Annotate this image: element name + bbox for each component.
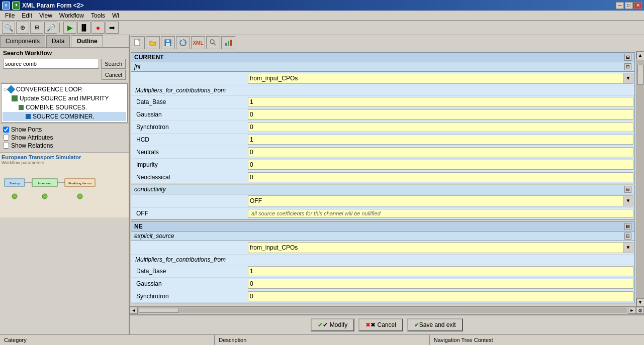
close-button[interactable]: ✕ xyxy=(634,2,642,9)
menu-file[interactable]: File xyxy=(2,11,18,20)
zoom-in2-button[interactable]: ⊕ xyxy=(16,22,29,34)
jni-neoclassical-input[interactable] xyxy=(248,172,633,182)
jni-synchrotron-row: Synchrotron xyxy=(131,121,634,134)
tab-components[interactable]: Components xyxy=(0,35,45,47)
jni-database-input[interactable] xyxy=(248,97,633,107)
show-attributes-label: Show Attributes xyxy=(11,134,53,141)
jni-gaussian-input[interactable] xyxy=(248,109,633,120)
wf-item-update[interactable]: Update SOURCE and IMPURITY xyxy=(3,94,126,103)
wf-label-convergence: CONVERGENCE LOOP. xyxy=(16,86,82,93)
hscroll-thumb[interactable] xyxy=(139,308,179,313)
jni-hcd-input[interactable] xyxy=(248,135,633,145)
cancel-button[interactable]: ✖ ✖ Cancel xyxy=(358,318,403,331)
modify-label: ✔ Modify xyxy=(323,321,347,328)
search-area: Search Workflow Search Cancel xyxy=(0,48,129,82)
conductivity-collapse[interactable]: ⊟ xyxy=(624,186,631,193)
explicit-source-collapse[interactable]: ⊟ xyxy=(624,233,631,240)
status-description: Description xyxy=(215,335,429,345)
stop-button[interactable]: ● xyxy=(91,22,105,34)
wf-item-source-combiner[interactable]: SOURCE COMBINER. xyxy=(3,112,126,121)
conductivity-select[interactable]: OFF from_input_CPOs from_code xyxy=(248,195,623,206)
status-nav-context: Navigation Tree Context xyxy=(430,335,644,345)
chart-button[interactable] xyxy=(221,36,235,49)
cancel-icon: ✖ xyxy=(365,321,371,328)
save-button[interactable] xyxy=(161,36,175,49)
svg-point-16 xyxy=(210,40,214,44)
split-button[interactable]: ▐▌ xyxy=(77,22,90,34)
status-bar: Category Description Navigation Tree Con… xyxy=(0,334,644,345)
menu-tools[interactable]: Tools xyxy=(88,11,108,20)
tab-data[interactable]: Data xyxy=(46,35,70,47)
ne-section: NE ⊟ explicit_source ⊟ xyxy=(131,221,635,303)
show-attributes-checkbox[interactable] xyxy=(3,135,9,141)
menu-edit[interactable]: Edit xyxy=(19,11,35,20)
menu-wi[interactable]: Wi xyxy=(109,11,122,20)
conductivity-label: conductivity xyxy=(134,186,166,193)
ne-gaussian-input[interactable] xyxy=(248,279,633,289)
ne-collapse[interactable]: ⊟ xyxy=(624,223,631,230)
search-title: Search Workflow xyxy=(3,50,126,57)
show-relations-checkbox[interactable] xyxy=(3,143,9,149)
new-file-button[interactable] xyxy=(131,36,145,49)
jni-collapse[interactable]: ⊟ xyxy=(624,63,631,70)
conductivity-select-arrow[interactable]: ▼ xyxy=(623,195,633,206)
ne-select-row: from_input_CPOs from_code OFF ▼ xyxy=(131,241,634,255)
current-collapse-top[interactable]: ⊟ xyxy=(624,54,631,61)
modify-button[interactable]: ✔ ✔ Modify xyxy=(311,318,354,331)
search-xml-button[interactable] xyxy=(206,36,220,49)
scroll-thumb[interactable] xyxy=(637,65,643,85)
svg-rect-14 xyxy=(166,43,170,46)
svg-rect-18 xyxy=(225,43,227,46)
fit-button[interactable]: ⊞ xyxy=(30,22,43,34)
run-button[interactable]: ▶ xyxy=(63,22,76,34)
hscroll-track xyxy=(138,307,627,313)
jni-neutrals-input[interactable] xyxy=(248,147,633,157)
ne-synchrotron-input[interactable] xyxy=(248,291,633,301)
cancel-search-button[interactable]: Cancel xyxy=(102,70,126,80)
wf-item-combine[interactable]: COMBINE SOURCES. xyxy=(3,103,126,112)
show-ports-checkbox[interactable] xyxy=(3,127,9,133)
scroll-right-button[interactable]: ► xyxy=(628,307,636,314)
ne-section-header: NE ⊟ xyxy=(131,221,635,232)
jni-select[interactable]: from_input_CPOs from_code OFF xyxy=(248,73,623,84)
ne-select[interactable]: from_input_CPOs from_code OFF xyxy=(248,242,623,253)
jni-neutrals-row: Neutrals xyxy=(131,146,634,159)
conductivity-off-note: all source coefficients for this channel… xyxy=(248,209,633,218)
search-button[interactable]: Search xyxy=(101,59,126,69)
refresh-button[interactable] xyxy=(176,36,190,49)
main-toolbar: 🔍 ⊕ ⊞ 🔎 ▶ ▐▌ ● ➡ xyxy=(0,21,644,35)
menu-workflow[interactable]: Workflow xyxy=(56,11,87,20)
tab-bar: Components Data Outline xyxy=(0,35,129,48)
scroll-up-button[interactable]: ▲ xyxy=(636,51,645,59)
settings-button[interactable]: ⚙ xyxy=(636,307,644,314)
ne-select-arrow[interactable]: ▼ xyxy=(623,242,633,253)
jni-gaussian-row: Gaussian xyxy=(131,108,634,121)
arrow-button[interactable]: ➡ xyxy=(106,22,119,34)
menu-bar: File Edit View Workflow Tools Wi xyxy=(0,11,644,20)
scroll-down-button[interactable]: ▼ xyxy=(636,298,645,306)
tab-outline[interactable]: Outline xyxy=(71,35,103,47)
workflow-diagram: Start up Inner loop Finalizing the run xyxy=(2,169,123,217)
ne-gaussian-row: Gaussian xyxy=(131,278,634,290)
ne-database-input[interactable] xyxy=(248,266,633,276)
jni-synchrotron-input[interactable] xyxy=(248,122,633,132)
jni-select-arrow[interactable]: ▼ xyxy=(623,73,633,84)
horizontal-scrollbar: ◄ ► ⚙ xyxy=(130,306,644,314)
save-icon: ✔ xyxy=(414,321,419,328)
zoom-in-button[interactable]: 🔍 xyxy=(2,22,15,34)
wf-label-source-combiner: SOURCE COMBINER. xyxy=(33,113,95,120)
svg-point-8 xyxy=(12,194,17,199)
wf-item-convergence[interactable]: ◇ CONVERGENCE LOOP. xyxy=(3,85,126,94)
search-input[interactable] xyxy=(3,59,99,69)
scroll-left-button[interactable]: ◄ xyxy=(130,307,138,314)
form-scrollbar[interactable]: ▲ ▼ xyxy=(636,51,644,306)
xml-button[interactable]: XML xyxy=(191,36,205,49)
open-file-button[interactable] xyxy=(146,36,160,49)
minimize-button[interactable]: ─ xyxy=(616,2,624,9)
menu-view[interactable]: View xyxy=(36,11,55,20)
jni-impurity-input[interactable] xyxy=(248,160,633,170)
maximize-button[interactable]: □ xyxy=(625,2,633,9)
save-exit-button[interactable]: ✔ Save and exit xyxy=(407,318,463,331)
zoom-out-button[interactable]: 🔎 xyxy=(44,22,57,34)
current-section-label: CURRENT xyxy=(134,54,164,61)
